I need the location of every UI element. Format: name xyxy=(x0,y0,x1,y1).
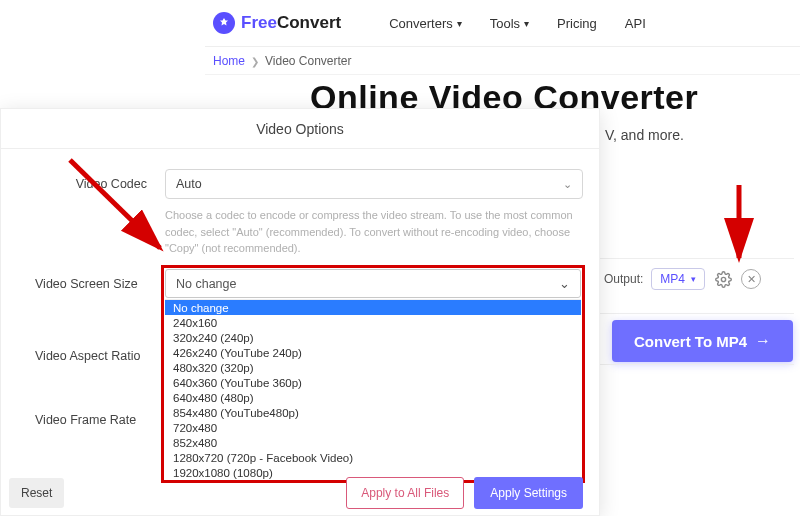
chevron-down-icon: ⌄ xyxy=(563,178,572,191)
screen-size-option[interactable]: 852x480 xyxy=(165,435,581,450)
breadcrumb: Home ❯ Video Converter xyxy=(213,54,352,68)
brand-free: Free xyxy=(241,13,277,32)
codec-helper: Choose a codec to encode or compress the… xyxy=(165,207,583,257)
chevron-right-icon: ❯ xyxy=(251,56,259,67)
screen-size-option[interactable]: 480x320 (320p) xyxy=(165,360,581,375)
video-options-modal: Video Options Video Codec Auto ⌄ Choose … xyxy=(0,108,600,516)
apply-settings-button[interactable]: Apply Settings xyxy=(474,477,583,509)
breadcrumb-current: Video Converter xyxy=(265,54,352,68)
screen-size-option[interactable]: 240x160 xyxy=(165,315,581,330)
page-subtitle-tail: V, and more. xyxy=(605,127,684,143)
chevron-down-icon: ▾ xyxy=(457,18,462,29)
gear-icon[interactable] xyxy=(713,269,733,289)
screen-size-option[interactable]: 640x480 (480p) xyxy=(165,390,581,405)
brand-logo[interactable]: FreeConvert xyxy=(213,12,341,34)
logo-mark-icon xyxy=(213,12,235,34)
chevron-down-icon: ⌄ xyxy=(559,276,570,291)
svg-point-0 xyxy=(721,277,725,281)
output-label: Output: xyxy=(604,272,643,286)
nav-pricing[interactable]: Pricing xyxy=(557,16,597,31)
screen-size-option[interactable]: 1280x720 (720p - Facebook Video) xyxy=(165,450,581,465)
screen-size-option[interactable]: 854x480 (YouTube480p) xyxy=(165,405,581,420)
screen-size-label: Video Screen Size xyxy=(35,277,138,291)
output-format-select[interactable]: MP4 ▾ xyxy=(651,268,705,290)
frame-rate-label: Video Frame Rate xyxy=(35,413,136,427)
close-icon[interactable]: ✕ xyxy=(741,269,761,289)
screen-size-dropdown[interactable]: No change240x160320x240 (240p)426x240 (Y… xyxy=(165,299,581,479)
chevron-down-icon: ▾ xyxy=(691,274,696,284)
brand-convert: Convert xyxy=(277,13,341,32)
chevron-down-icon: ▾ xyxy=(524,18,529,29)
codec-label: Video Codec xyxy=(17,169,147,191)
screen-size-option[interactable]: 320x240 (240p) xyxy=(165,330,581,345)
breadcrumb-home[interactable]: Home xyxy=(213,54,245,68)
convert-button[interactable]: Convert To MP4 → xyxy=(612,320,793,362)
reset-button[interactable]: Reset xyxy=(9,478,64,508)
arrow-right-icon: → xyxy=(755,332,771,350)
codec-select[interactable]: Auto ⌄ xyxy=(165,169,583,199)
aspect-ratio-label: Video Aspect Ratio xyxy=(35,349,140,363)
screen-size-option[interactable]: No change xyxy=(165,300,581,315)
screen-size-option[interactable]: 426x240 (YouTube 240p) xyxy=(165,345,581,360)
nav-converters[interactable]: Converters▾ xyxy=(389,16,462,31)
annotation-arrow-icon xyxy=(724,180,754,270)
modal-title: Video Options xyxy=(1,109,599,149)
nav-tools[interactable]: Tools▾ xyxy=(490,16,529,31)
apply-all-button[interactable]: Apply to All Files xyxy=(346,477,464,509)
screen-size-option[interactable]: 640x360 (YouTube 360p) xyxy=(165,375,581,390)
screen-size-option[interactable]: 720x480 xyxy=(165,420,581,435)
screen-size-select[interactable]: No change ⌄ xyxy=(165,269,581,298)
nav-api[interactable]: API xyxy=(625,16,646,31)
